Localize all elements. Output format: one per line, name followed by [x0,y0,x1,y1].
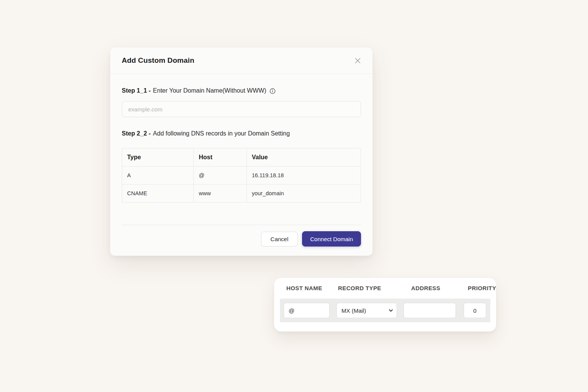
table-header-host: Host [194,149,247,167]
cell-host: www [194,185,247,203]
column-header-host-name: HOST NAME [286,285,322,291]
record-type-select[interactable]: MX (Mail) [336,303,397,318]
record-type-select-wrap: MX (Mail) [336,303,397,318]
step2-label-bold: Step 2_2 - [122,130,151,137]
cell-value: your_domain [247,185,361,203]
step2-label-text: Add following DNS records in your Domain… [153,130,290,137]
chevron-down-icon [388,308,394,313]
table-row: CNAME www your_domain [122,185,361,203]
address-input[interactable] [403,303,456,318]
record-form-row: MX (Mail) [280,299,490,322]
connect-domain-button[interactable]: Connect Domain [302,231,361,247]
table-row: A @ 16.119.18.18 [122,167,361,185]
modal-footer: Cancel Connect Domain [122,225,361,247]
modal-header: Add Custom Domain [110,47,372,74]
column-header-priority: PRIORITY [468,285,496,291]
cell-type: CNAME [122,185,194,203]
table-header-row: Type Host Value [122,149,361,167]
column-header-address: ADDRESS [411,285,440,291]
step1-label-text: Enter Your Domain Name(Without WWW) [153,87,266,94]
modal-body: Step 1_1 - Enter Your Domain Name(Withou… [110,87,372,247]
domain-name-input[interactable] [122,101,361,117]
step1-label: Step 1_1 - Enter Your Domain Name(Withou… [122,87,361,94]
column-header-record-type: RECORD TYPE [338,285,381,291]
table-header-value: Value [247,149,361,167]
priority-input[interactable] [464,303,486,318]
dns-records-table: Type Host Value A @ 16.119.18.18 CNAME w… [122,148,361,203]
step1-label-bold: Step 1_1 - [122,87,151,94]
add-custom-domain-modal: Add Custom Domain Step 1_1 - Enter Your … [110,47,372,256]
record-type-selected-value: MX (Mail) [341,307,366,314]
modal-title: Add Custom Domain [122,56,194,65]
close-button[interactable] [353,56,363,65]
host-name-input[interactable] [284,303,330,318]
dns-record-form-panel: HOST NAME RECORD TYPE ADDRESS PRIORITY M… [274,278,496,332]
cell-type: A [122,167,194,185]
cancel-button[interactable]: Cancel [261,232,298,247]
close-icon [354,57,361,64]
info-icon[interactable] [270,88,276,94]
panel-headers: HOST NAME RECORD TYPE ADDRESS PRIORITY [274,285,496,292]
cell-value: 16.119.18.18 [247,167,361,185]
step2-label: Step 2_2 - Add following DNS records in … [122,130,361,137]
cell-host: @ [194,167,247,185]
table-header-type: Type [122,149,194,167]
